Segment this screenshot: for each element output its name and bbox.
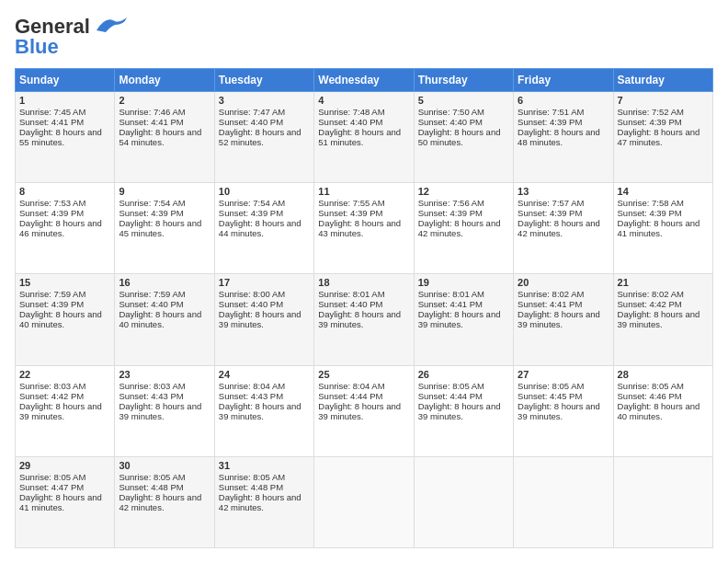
sunrise-text: Sunrise: 8:05 AM xyxy=(19,472,110,482)
calendar-cell: 4Sunrise: 7:48 AMSunset: 4:40 PMDaylight… xyxy=(314,92,414,183)
header-sunday: Sunday xyxy=(16,69,115,92)
day-number: 14 xyxy=(618,186,709,197)
sunset-text: Sunset: 4:40 PM xyxy=(318,299,409,309)
sunset-text: Sunset: 4:48 PM xyxy=(219,482,310,492)
sunset-text: Sunset: 4:39 PM xyxy=(219,208,310,218)
calendar-cell: 26Sunrise: 8:05 AMSunset: 4:44 PMDayligh… xyxy=(414,365,513,456)
sunrise-text: Sunrise: 8:03 AM xyxy=(19,381,110,391)
daylight-text: Daylight: 8 hours and 39 minutes. xyxy=(518,401,609,421)
daylight-text: Daylight: 8 hours and 55 minutes. xyxy=(19,127,110,147)
logo-bird-icon xyxy=(92,14,129,34)
calendar-cell: 11Sunrise: 7:55 AMSunset: 4:39 PMDayligh… xyxy=(314,183,414,274)
day-number: 13 xyxy=(518,186,609,197)
day-number: 4 xyxy=(318,95,409,106)
day-number: 16 xyxy=(119,277,210,288)
header-saturday: Saturday xyxy=(613,69,712,92)
sunrise-text: Sunrise: 7:46 AM xyxy=(119,107,210,117)
sunset-text: Sunset: 4:39 PM xyxy=(618,117,709,127)
day-number: 19 xyxy=(418,277,509,288)
sunrise-text: Sunrise: 7:48 AM xyxy=(318,107,409,117)
sunset-text: Sunset: 4:39 PM xyxy=(19,299,110,309)
day-number: 30 xyxy=(119,460,210,471)
calendar-cell: 6Sunrise: 7:51 AMSunset: 4:39 PMDaylight… xyxy=(514,92,613,183)
sunrise-text: Sunrise: 8:00 AM xyxy=(219,289,310,299)
day-number: 6 xyxy=(518,95,609,106)
week-row-4: 22Sunrise: 8:03 AMSunset: 4:42 PMDayligh… xyxy=(16,365,713,456)
daylight-text: Daylight: 8 hours and 44 minutes. xyxy=(219,218,310,238)
sunrise-text: Sunrise: 8:03 AM xyxy=(119,381,210,391)
calendar-cell: 9Sunrise: 7:54 AMSunset: 4:39 PMDaylight… xyxy=(115,183,214,274)
day-number: 26 xyxy=(418,369,509,380)
daylight-text: Daylight: 8 hours and 41 minutes. xyxy=(618,218,709,238)
sunrise-text: Sunrise: 7:53 AM xyxy=(19,198,110,208)
daylight-text: Daylight: 8 hours and 39 minutes. xyxy=(518,309,609,329)
calendar-cell: 29Sunrise: 8:05 AMSunset: 4:47 PMDayligh… xyxy=(16,456,115,547)
sunrise-text: Sunrise: 8:05 AM xyxy=(418,381,509,391)
daylight-text: Daylight: 8 hours and 40 minutes. xyxy=(618,401,709,421)
calendar-cell: 14Sunrise: 7:58 AMSunset: 4:39 PMDayligh… xyxy=(613,183,712,274)
sunset-text: Sunset: 4:39 PM xyxy=(19,208,110,218)
sunset-text: Sunset: 4:39 PM xyxy=(518,208,609,218)
calendar-cell: 18Sunrise: 8:01 AMSunset: 4:40 PMDayligh… xyxy=(314,274,414,365)
week-row-1: 1Sunrise: 7:45 AMSunset: 4:41 PMDaylight… xyxy=(16,92,713,183)
sunset-text: Sunset: 4:42 PM xyxy=(618,299,709,309)
day-number: 22 xyxy=(19,369,110,380)
day-number: 20 xyxy=(518,277,609,288)
header-friday: Friday xyxy=(514,69,613,92)
sunset-text: Sunset: 4:47 PM xyxy=(19,482,110,492)
calendar-cell: 17Sunrise: 8:00 AMSunset: 4:40 PMDayligh… xyxy=(214,274,313,365)
day-number: 11 xyxy=(318,186,409,197)
daylight-text: Daylight: 8 hours and 39 minutes. xyxy=(618,309,709,329)
daylight-text: Daylight: 8 hours and 46 minutes. xyxy=(19,218,110,238)
header-thursday: Thursday xyxy=(414,69,513,92)
day-number: 12 xyxy=(418,186,509,197)
daylight-text: Daylight: 8 hours and 51 minutes. xyxy=(318,127,409,147)
calendar-cell: 13Sunrise: 7:57 AMSunset: 4:39 PMDayligh… xyxy=(514,183,613,274)
calendar-cell: 27Sunrise: 8:05 AMSunset: 4:45 PMDayligh… xyxy=(514,365,613,456)
daylight-text: Daylight: 8 hours and 39 minutes. xyxy=(418,401,509,421)
calendar-cell: 20Sunrise: 8:02 AMSunset: 4:41 PMDayligh… xyxy=(514,274,613,365)
daylight-text: Daylight: 8 hours and 42 minutes. xyxy=(219,492,310,512)
calendar-body: 1Sunrise: 7:45 AMSunset: 4:41 PMDaylight… xyxy=(16,92,713,548)
daylight-text: Daylight: 8 hours and 39 minutes. xyxy=(219,401,310,421)
sunset-text: Sunset: 4:39 PM xyxy=(518,117,609,127)
sunset-text: Sunset: 4:42 PM xyxy=(19,391,110,401)
sunrise-text: Sunrise: 7:56 AM xyxy=(418,198,509,208)
sunset-text: Sunset: 4:46 PM xyxy=(618,391,709,401)
sunrise-text: Sunrise: 8:04 AM xyxy=(219,381,310,391)
sunrise-text: Sunrise: 7:51 AM xyxy=(518,107,609,117)
daylight-text: Daylight: 8 hours and 42 minutes. xyxy=(418,218,509,238)
sunrise-text: Sunrise: 7:55 AM xyxy=(318,198,409,208)
sunrise-text: Sunrise: 8:05 AM xyxy=(119,472,210,482)
calendar-cell: 15Sunrise: 7:59 AMSunset: 4:39 PMDayligh… xyxy=(16,274,115,365)
calendar-cell: 7Sunrise: 7:52 AMSunset: 4:39 PMDaylight… xyxy=(613,92,712,183)
calendar-cell xyxy=(514,456,613,547)
calendar-cell: 12Sunrise: 7:56 AMSunset: 4:39 PMDayligh… xyxy=(414,183,513,274)
sunset-text: Sunset: 4:44 PM xyxy=(418,391,509,401)
daylight-text: Daylight: 8 hours and 48 minutes. xyxy=(518,127,609,147)
daylight-text: Daylight: 8 hours and 39 minutes. xyxy=(119,401,210,421)
calendar-cell: 28Sunrise: 8:05 AMSunset: 4:46 PMDayligh… xyxy=(613,365,712,456)
calendar-cell: 19Sunrise: 8:01 AMSunset: 4:41 PMDayligh… xyxy=(414,274,513,365)
sunset-text: Sunset: 4:39 PM xyxy=(119,208,210,218)
calendar-cell: 5Sunrise: 7:50 AMSunset: 4:40 PMDaylight… xyxy=(414,92,513,183)
sunset-text: Sunset: 4:48 PM xyxy=(119,482,210,492)
sunrise-text: Sunrise: 8:04 AM xyxy=(318,381,409,391)
daylight-text: Daylight: 8 hours and 42 minutes. xyxy=(518,218,609,238)
sunrise-text: Sunrise: 7:57 AM xyxy=(518,198,609,208)
sunset-text: Sunset: 4:39 PM xyxy=(418,208,509,218)
sunset-text: Sunset: 4:40 PM xyxy=(219,117,310,127)
calendar-cell: 1Sunrise: 7:45 AMSunset: 4:41 PMDaylight… xyxy=(16,92,115,183)
day-number: 7 xyxy=(618,95,709,106)
sunrise-text: Sunrise: 8:02 AM xyxy=(618,289,709,299)
calendar-cell: 22Sunrise: 8:03 AMSunset: 4:42 PMDayligh… xyxy=(16,365,115,456)
sunset-text: Sunset: 4:39 PM xyxy=(618,208,709,218)
daylight-text: Daylight: 8 hours and 40 minutes. xyxy=(19,309,110,329)
sunset-text: Sunset: 4:39 PM xyxy=(318,208,409,218)
day-number: 18 xyxy=(318,277,409,288)
sunrise-text: Sunrise: 8:01 AM xyxy=(318,289,409,299)
calendar-table: SundayMondayTuesdayWednesdayThursdayFrid… xyxy=(15,68,713,548)
calendar-cell: 16Sunrise: 7:59 AMSunset: 4:40 PMDayligh… xyxy=(115,274,214,365)
day-number: 9 xyxy=(119,186,210,197)
day-number: 29 xyxy=(19,460,110,471)
